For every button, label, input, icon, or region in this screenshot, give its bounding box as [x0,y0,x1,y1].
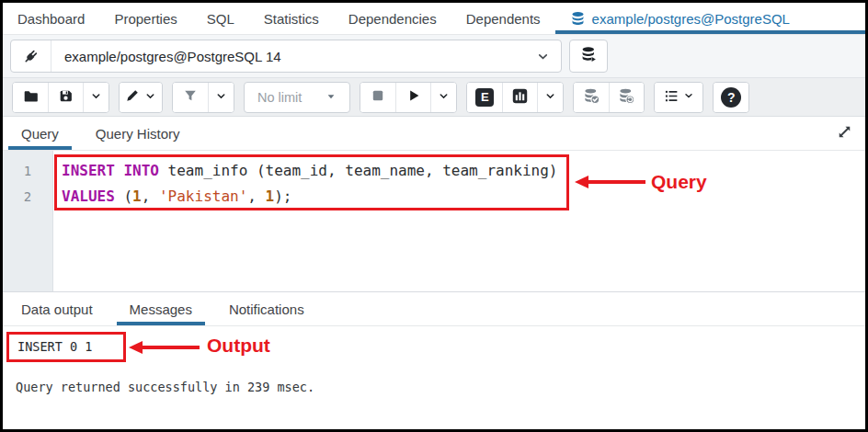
database-commit-icon [583,87,600,108]
stop-icon [371,88,385,106]
output-annotation-arrow [129,341,200,354]
tab-label: Properties [114,11,177,27]
tab-query-tool-active[interactable]: example/postgres@PostgreSQL [555,3,865,34]
tab-data-output[interactable]: Data output [3,292,111,325]
execute-query-button[interactable] [395,83,430,112]
tab-query[interactable]: Query [3,117,77,150]
code-segment-plain: , [247,188,265,205]
code-segment-number: 1 [266,188,275,205]
file-group [12,82,109,113]
tab-dependencies[interactable]: Dependencies [334,3,451,34]
tab-notifications[interactable]: Notifications [211,292,323,325]
play-icon [406,88,421,106]
output-annotation-label: Output [207,335,270,357]
new-connection-button[interactable] [569,40,608,73]
code-segment-plain: team_info (team_id, team_name, team_rank… [159,162,557,179]
tab-label: Data output [21,301,93,317]
folder-icon [23,88,39,107]
help-button[interactable]: ? [714,83,748,112]
output-tab-bar: Data output Messages Notifications [3,291,865,326]
tab-label: Notifications [229,301,304,317]
explain-button[interactable]: E [467,83,502,112]
tab-label: Query History [96,126,180,142]
tab-label: Dependents [466,11,541,27]
tab-label: Query [21,126,59,142]
code-area[interactable]: INSERT INTO team_info (team_id, team_nam… [53,151,865,291]
macros-button[interactable] [655,83,702,112]
code-segment-string: 'Pakistan' [159,188,247,205]
connection-status-icon [11,40,51,72]
caret-down-icon [326,90,337,105]
explain-options-chevron-button[interactable] [537,83,563,112]
explain-analyze-button[interactable] [502,83,537,112]
cancel-query-button[interactable] [360,83,395,112]
chevron-down-icon [524,50,561,63]
explain-group: E [466,82,564,113]
chevron-down-icon [90,90,102,105]
save-button[interactable] [48,83,83,112]
tab-label: Dependencies [348,11,437,27]
connection-selector[interactable]: example/postgres@PostgreSQL 14 [10,40,562,73]
connection-selected-value: example/postgres@PostgreSQL 14 [51,49,524,64]
row-limit-select[interactable]: No limit [244,82,350,113]
code-segment-plain: , [142,188,159,205]
commit-button[interactable] [574,83,609,112]
macros-group [654,82,703,113]
filter-options-chevron-button[interactable] [208,83,234,112]
code-line[interactable]: INSERT INTO team_info (team_id, team_nam… [62,158,865,184]
tab-label: Dashboard [17,11,85,27]
rollback-button[interactable] [609,83,644,112]
chevron-down-icon [544,90,556,105]
tab-label: SQL [207,11,234,27]
chevron-down-icon [683,90,694,104]
tab-query-history[interactable]: Query History [77,117,199,150]
explain-icon: E [475,88,494,107]
tab-dependents[interactable]: Dependents [451,3,555,34]
panel-tab-bar: Dashboard Properties SQL Statistics Depe… [3,3,865,35]
tab-statistics[interactable]: Statistics [249,3,334,34]
chevron-down-icon [438,90,450,105]
arrow-shaft [143,346,200,349]
tab-dashboard[interactable]: Dashboard [3,3,99,34]
query-toolbar: No limit E [3,78,865,117]
database-new-connection-icon [580,46,598,66]
arrow-head-left-icon [129,341,143,354]
save-options-chevron-button[interactable] [83,83,108,112]
messages-panel: INSERT 0 1 Output Query returned success… [3,326,865,429]
tab-label: Messages [130,301,192,317]
edit-menu-button[interactable] [120,83,162,112]
filter-group [172,82,234,113]
bar-chart-icon [511,87,529,108]
code-segment-plain: ( [115,188,132,205]
tab-label: example/postgres@PostgreSQL [592,11,790,27]
execute-options-chevron-button[interactable] [430,83,456,112]
execute-group [360,82,457,113]
query-status-text: Query returned successfully in 239 msec. [16,380,314,394]
row-limit-value: No limit [257,90,302,105]
filter-funnel-icon [183,88,198,106]
query-result-text: INSERT 0 1 [17,339,92,354]
database-rollback-icon [618,87,635,108]
active-tab-underline [555,30,865,34]
tab-sql[interactable]: SQL [192,3,249,34]
code-segment-number: 1 [132,188,142,205]
chevron-down-icon [144,90,156,105]
code-segment-keyword: VALUES [62,188,115,205]
code-segment-keyword: INSERT INTO [62,162,159,179]
pgadmin-query-tool-window: Dashboard Properties SQL Statistics Depe… [0,0,868,432]
chevron-down-icon [215,90,227,105]
edit-group [119,82,163,113]
editor-tab-bar: Query Query History [3,117,865,151]
code-line[interactable]: VALUES (1, 'Pakistan', 1); [62,184,865,210]
save-icon [58,88,74,107]
tab-messages[interactable]: Messages [111,292,211,325]
line-number: 2 [3,184,52,210]
numbered-list-icon [664,88,680,107]
line-number: 1 [3,158,52,184]
editor-gutter: 12 [3,151,53,291]
tab-properties[interactable]: Properties [99,3,191,34]
filter-button[interactable] [173,83,208,112]
open-file-button[interactable] [13,83,48,112]
expand-diagonal-icon [837,124,852,143]
panel-expand-button[interactable] [824,117,865,150]
